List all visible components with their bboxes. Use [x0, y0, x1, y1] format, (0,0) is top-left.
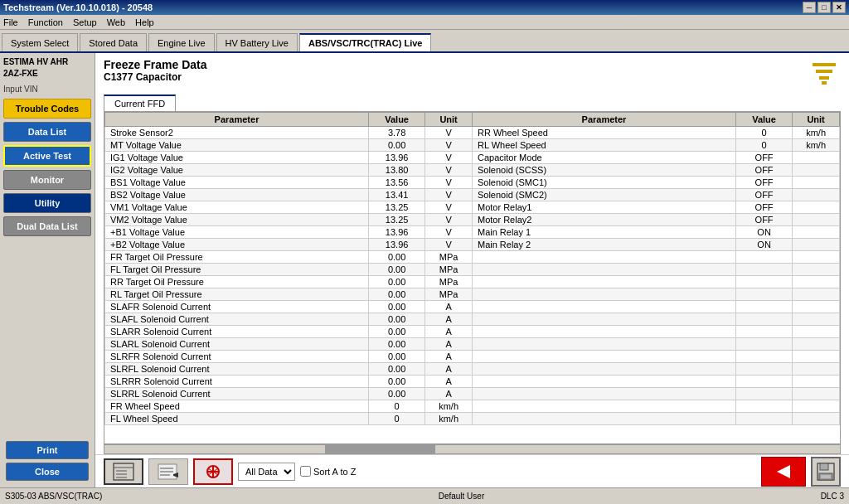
filter-icon[interactable] [808, 58, 841, 91]
table-cell: km/h [425, 400, 473, 413]
tab-stored-data[interactable]: Stored Data [80, 33, 147, 51]
table-cell: SLARL Solenoid Current [105, 338, 369, 351]
app-title: Techstream (Ver.10.10.018) - 20548 [3, 2, 153, 12]
table-row: RL Target Oil Pressure0.00MPa [105, 288, 840, 301]
table-cell: km/h [793, 139, 840, 152]
print-button[interactable]: Print [6, 441, 89, 459]
table-cell: +B2 Voltage Value [105, 239, 369, 251]
menu-file[interactable]: File [3, 17, 18, 27]
table-row: SLAFR Solenoid Current0.00A [105, 301, 840, 313]
table-cell: FL Wheel Speed [105, 413, 369, 425]
table-cell: SLRRL Solenoid Current [105, 388, 369, 400]
horizontal-scrollbar[interactable] [104, 444, 841, 454]
data-table-container[interactable]: Parameter Value Unit Parameter Value Uni… [104, 111, 841, 444]
tab-system-select[interactable]: System Select [2, 33, 78, 51]
table-cell: SLRFR Solenoid Current [105, 351, 369, 363]
table-cell: RL Target Oil Pressure [105, 288, 369, 301]
vehicle-info: ESTIMA HV AHR 2AZ-FXE [3, 56, 91, 80]
table-cell: 0.00 [369, 313, 425, 326]
table-cell: km/h [793, 127, 840, 139]
table-row: SLAFL Solenoid Current0.00A [105, 313, 840, 326]
menu-bar: File Function Setup Web Help [0, 15, 849, 30]
tab-hv-battery-live[interactable]: HV Battery Live [216, 33, 298, 51]
table-cell [736, 413, 793, 425]
title-bar: Techstream (Ver.10.10.018) - 20548 ─ □ ✕ [0, 0, 849, 15]
current-ffd-tab[interactable]: Current FFD [104, 94, 176, 111]
menu-setup[interactable]: Setup [73, 17, 97, 27]
data-list-button[interactable]: Data List [3, 122, 91, 142]
table-cell: 13.96 [369, 226, 425, 239]
table-cell [472, 276, 735, 288]
tool-button-2[interactable] [148, 458, 188, 485]
table-cell: A [425, 388, 473, 400]
minimize-button[interactable]: ─ [803, 2, 816, 13]
table-cell: MT Voltage Value [105, 139, 369, 152]
table-row: VM1 Voltage Value13.25VMotor Relay1OFF [105, 201, 840, 214]
bottom-toolbar: All Data Custom Sort A to Z [95, 454, 849, 487]
data-filter-dropdown[interactable]: All Data Custom [238, 463, 295, 481]
table-cell [793, 177, 840, 189]
table-cell [793, 388, 840, 400]
monitor-button[interactable]: Monitor [3, 170, 91, 190]
table-cell: Stroke Sensor2 [105, 127, 369, 139]
table-cell: 13.25 [369, 214, 425, 226]
table-cell: 0.00 [369, 388, 425, 400]
table-cell [472, 351, 735, 363]
table-cell: SLAFL Solenoid Current [105, 313, 369, 326]
table-cell [472, 413, 735, 425]
sidebar: ESTIMA HV AHR 2AZ-FXE Input VIN Trouble … [0, 53, 95, 487]
scrollbar-thumb[interactable] [325, 445, 435, 453]
table-cell [793, 264, 840, 276]
status-right: DLC 3 [821, 492, 844, 501]
table-cell: 0 [369, 400, 425, 413]
trouble-codes-button[interactable]: Trouble Codes [3, 99, 91, 119]
back-arrow-button[interactable] [761, 457, 806, 487]
utility-button[interactable]: Utility [3, 193, 91, 213]
svg-rect-1 [816, 70, 832, 73]
table-cell: FR Target Oil Pressure [105, 251, 369, 264]
table-cell [793, 239, 840, 251]
table-cell: 0.00 [369, 363, 425, 376]
table-cell [736, 388, 793, 400]
svg-marker-19 [777, 465, 790, 478]
table-row: SLARR Solenoid Current0.00A [105, 326, 840, 338]
tab-engine-live[interactable]: Engine Live [148, 33, 215, 51]
active-test-button[interactable]: Active Test [3, 145, 91, 167]
freeze-frame-title: Freeze Frame Data [104, 58, 207, 71]
tab-abs-vsc-live[interactable]: ABS/VSC/TRC(TRAC) Live [299, 33, 432, 51]
menu-function[interactable]: Function [28, 17, 63, 27]
table-cell: km/h [425, 413, 473, 425]
table-cell [736, 251, 793, 264]
table-cell [793, 301, 840, 313]
sort-checkbox[interactable] [300, 466, 311, 477]
table-cell [472, 301, 735, 313]
tool-button-1[interactable] [104, 458, 143, 485]
table-cell [793, 351, 840, 363]
status-bar: S305-03 ABS/VSC(TRAC) Default User DLC 3 [0, 487, 849, 504]
save-button[interactable] [811, 457, 841, 487]
dual-data-list-button[interactable]: Dual Data List [3, 216, 91, 236]
table-cell: Capacitor Mode [472, 152, 735, 164]
table-cell [736, 276, 793, 288]
table-cell [793, 400, 840, 413]
close-button[interactable]: Close [6, 463, 89, 481]
table-row: BS1 Voltage Value13.56VSolenoid (SMC1)OF… [105, 177, 840, 189]
table-cell [793, 376, 840, 388]
menu-web[interactable]: Web [107, 17, 125, 27]
table-row: VM2 Voltage Value13.25VMotor Relay2OFF [105, 214, 840, 226]
table-cell [472, 288, 735, 301]
table-cell: MPa [425, 251, 473, 264]
tool-button-3[interactable] [193, 458, 233, 485]
svg-rect-21 [820, 463, 828, 470]
maximize-button[interactable]: □ [817, 2, 831, 13]
table-cell [793, 288, 840, 301]
col-unit-right: Unit [793, 113, 840, 127]
table-cell: Main Relay 2 [472, 239, 735, 251]
table-cell: V [425, 152, 473, 164]
table-cell: V [425, 214, 473, 226]
menu-help[interactable]: Help [135, 17, 154, 27]
table-cell: Motor Relay2 [472, 214, 735, 226]
close-window-button[interactable]: ✕ [832, 2, 846, 13]
table-cell [472, 338, 735, 351]
sort-label: Sort A to Z [313, 467, 356, 477]
